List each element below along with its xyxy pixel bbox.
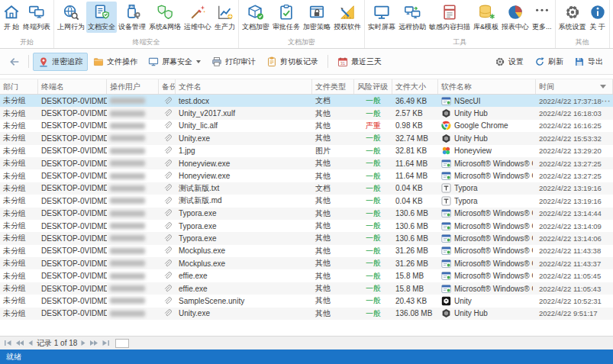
- ribbon-item-library-template[interactable]: 库&模板: [472, 2, 500, 33]
- page-number-box[interactable]: [115, 339, 129, 348]
- cell-software: Microsoft® Windows® Oper...: [438, 257, 536, 269]
- cell-text: 其他: [315, 295, 331, 306]
- column-header-software[interactable]: 软件名称: [438, 79, 536, 94]
- ribbon-item-home[interactable]: 开 始: [2, 2, 21, 33]
- doc-security-icon: [93, 3, 110, 21]
- cell-text: 36.49 KB: [395, 97, 427, 105]
- toolbar-button-leak-trace[interactable]: 泄密追踪: [33, 53, 88, 71]
- nav-prev-button[interactable]: [27, 340, 34, 346]
- redacted-operator-user: [110, 123, 145, 129]
- toolbar-button-export[interactable]: 导出: [569, 53, 608, 71]
- ribbon-item-doc-security[interactable]: 文档安全: [86, 2, 117, 33]
- table-row[interactable]: 未分组DESKTOP-0VIDMDJ测试新版.txt文档一般0.04 KBTyp…: [0, 182, 613, 195]
- column-header-label: 文件类型: [315, 82, 346, 92]
- ribbon-item-about[interactable]: 关 于: [588, 2, 608, 33]
- toolbar-button-grid-settings[interactable]: 设置: [489, 53, 529, 71]
- cell-user: [107, 145, 159, 157]
- cell-user: [107, 232, 159, 244]
- cell-risk: 一般: [354, 220, 392, 232]
- column-header-user[interactable]: 操作用户: [107, 79, 159, 94]
- toolbar-button-print-audit[interactable]: 打印审计: [206, 53, 261, 71]
- table-row[interactable]: 未分组DESKTOP-0VIDMDJSampleScene.unity其他一般2…: [0, 295, 613, 307]
- table-row[interactable]: 未分组DESKTOP-0VIDMDJUnity.exe其他一般136.08 MB…: [0, 308, 613, 320]
- ribbon-item-realtime-screen[interactable]: 实时屏幕: [366, 2, 397, 33]
- toolbar-button-file-ops[interactable]: 文件操作: [88, 53, 143, 71]
- cell-terminal: DESKTOP-0VIDMDJ: [38, 308, 107, 320]
- column-header-type[interactable]: 文件类型: [312, 79, 354, 94]
- toolbar-button-refresh[interactable]: 刷新: [529, 53, 569, 71]
- software-name: Microsoft® Windows® Oper...: [454, 272, 533, 280]
- cell-time: 2022/4/22 13:14:09: [536, 220, 613, 232]
- ribbon-item-ops-center[interactable]: 运维中心: [182, 2, 213, 33]
- table-row[interactable]: 未分组DESKTOP-0VIDMDJUnity_v2017.xulf其他一般2.…: [0, 107, 613, 119]
- table-row[interactable]: 未分组DESKTOP-0VIDMDJ测试新版.md其他一般0.04 KBTypo…: [0, 195, 613, 207]
- cell-text: 1.jpg: [179, 147, 195, 155]
- ribbon-item-encrypt-policy[interactable]: 加密策略: [302, 2, 332, 33]
- ribbon-item-system-network[interactable]: 系统&网络: [147, 2, 182, 33]
- risk-badge: 一般: [366, 183, 381, 194]
- toolbar-button-recent-days[interactable]: 31最近三天: [332, 53, 387, 71]
- time-value: 2022/4/22 13:27:25: [539, 159, 602, 168]
- nav-next-button[interactable]: [80, 340, 86, 346]
- cell-file: Unity_lic.alf: [176, 120, 312, 132]
- table-row[interactable]: 未分组DESKTOP-0VIDMDJ1.jpg图片一般32.81 KBHoney…: [0, 145, 613, 157]
- ribbon-item-web-behavior[interactable]: 上网行为: [56, 2, 86, 33]
- nav-nextpage-button[interactable]: [89, 340, 98, 346]
- ribbon-item-more[interactable]: 更多...: [531, 2, 553, 33]
- software-name: Microsoft® Windows® Oper...: [454, 159, 533, 168]
- table-row[interactable]: 未分组DESKTOP-0VIDMDJHoneyview.exe其他一般11.64…: [0, 157, 613, 169]
- table-row[interactable]: 未分组DESKTOP-0VIDMDJTypora.exe其他一般130.6 MB…: [0, 220, 613, 232]
- column-header-risk[interactable]: 风险评级: [354, 79, 392, 94]
- ribbon-item-terminal-list[interactable]: 终端列表: [21, 2, 52, 33]
- cell-time: 2022/4/22 13:19:16: [536, 195, 613, 207]
- paperclip-icon: [163, 234, 172, 243]
- row-more-button[interactable]: ···: [602, 97, 612, 105]
- cell-file: effie.exe: [176, 269, 312, 282]
- column-header-size[interactable]: 文件大小: [392, 79, 438, 94]
- cell-text: 11.64 MB: [395, 159, 427, 168]
- table-row[interactable]: 未分组DESKTOP-0VIDMDJeffie.exe其他一般15.8 MBMi…: [0, 269, 613, 282]
- column-header-dept[interactable]: 部门: [0, 79, 38, 94]
- table-row[interactable]: 未分组DESKTOP-0VIDMDJUnity.exe其他一般32.74 MBU…: [0, 132, 613, 144]
- table-row[interactable]: 未分组DESKTOP-0VIDMDJeffie.exe其他一般15.8 MBMi…: [0, 282, 613, 295]
- cell-text: DESKTOP-0VIDMDJ: [41, 184, 107, 192]
- toolbar-button-screen-security[interactable]: 屏幕安全: [143, 53, 206, 71]
- cell-risk: 一般: [354, 169, 392, 182]
- table-row[interactable]: 未分组DESKTOP-0VIDMDJtest.docx文档一般36.49 KBN…: [0, 95, 613, 107]
- column-header-file[interactable]: 文件名: [176, 79, 312, 94]
- cell-file: effie.exe: [176, 282, 312, 295]
- table-row[interactable]: 未分组DESKTOP-0VIDMDJUnity_lic.alf其他严重0.98 …: [0, 120, 613, 132]
- table-row[interactable]: 未分组DESKTOP-0VIDMDJTypora.exe其他一般130.6 MB…: [0, 208, 613, 220]
- cell-backup: [159, 308, 176, 320]
- time-value: 2022/4/22 9:51:17: [539, 309, 598, 317]
- ribbon-item-sensitive-scan[interactable]: 敏感内容扫描: [427, 2, 472, 33]
- nav-last-button[interactable]: [102, 340, 110, 346]
- cell-backup: [159, 295, 176, 307]
- cell-time: 2022/4/22 17:37:18···: [536, 95, 613, 107]
- table-row[interactable]: 未分组DESKTOP-0VIDMDJTypora.exe其他一般130.6 MB…: [0, 232, 613, 244]
- ribbon-item-approval-tasks[interactable]: 审批任务: [271, 2, 302, 33]
- ribbon-item-remote-assist[interactable]: 远程协助: [397, 2, 427, 33]
- cell-text: DESKTOP-0VIDMDJ: [41, 172, 107, 180]
- ribbon-item-licensed-software[interactable]: 授权软件: [332, 2, 363, 33]
- risk-badge: 严重: [366, 121, 381, 131]
- table-row[interactable]: 未分组DESKTOP-0VIDMDJMockplus.exe其他一般31.26 …: [0, 245, 613, 257]
- cell-text: 其他: [315, 121, 331, 131]
- nav-prevpage-button[interactable]: [15, 340, 24, 346]
- ribbon-item-report-center[interactable]: 报表中心: [500, 2, 531, 33]
- cell-risk: 一般: [354, 157, 392, 169]
- table-row[interactable]: 未分组DESKTOP-0VIDMDJMockplus.exe其他一般31.26 …: [0, 257, 613, 269]
- ribbon-item-settings[interactable]: 系统设置: [557, 2, 588, 33]
- ribbon-item-productivity[interactable]: 生产力: [213, 2, 237, 33]
- column-header-backup[interactable]: 备份: [159, 79, 176, 94]
- back-button[interactable]: [5, 53, 24, 70]
- column-header-time[interactable]: 时间: [536, 79, 613, 94]
- cell-backup: [159, 269, 176, 282]
- column-header-terminal[interactable]: 终端名: [38, 79, 107, 94]
- nav-first-button[interactable]: [4, 340, 12, 346]
- cell-time: 2022/4/22 16:16:25: [536, 120, 613, 132]
- table-row[interactable]: 未分组DESKTOP-0VIDMDJHoneyview.exe其他一般11.64…: [0, 169, 613, 182]
- toolbar-button-clipboard-record[interactable]: 剪切板记录: [261, 53, 324, 71]
- ribbon-item-device-mgmt[interactable]: 设备管理: [117, 2, 147, 33]
- ribbon-item-doc-encrypt[interactable]: 文档加密: [240, 2, 271, 33]
